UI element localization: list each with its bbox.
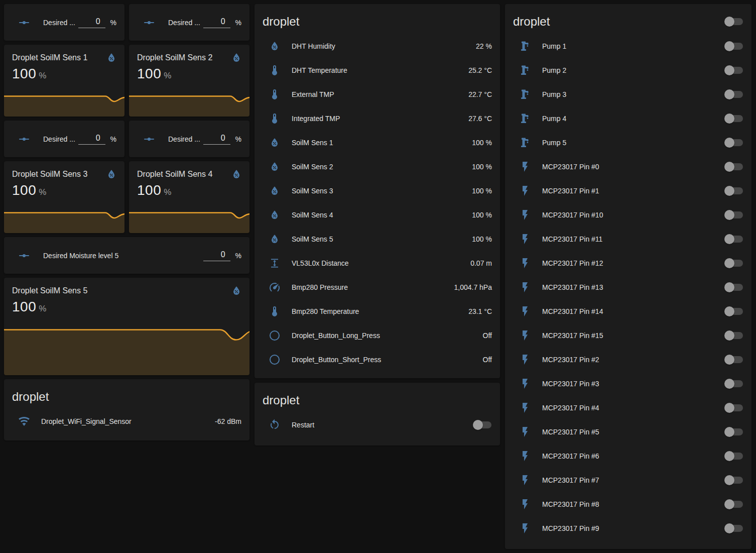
switches-card-header: droplet bbox=[505, 4, 751, 34]
entity-row[interactable]: MCP23017 Pin #10 bbox=[505, 203, 751, 227]
entity-value: 1,004.7 hPa bbox=[454, 283, 492, 291]
desired-value-input[interactable]: 0 bbox=[203, 17, 230, 28]
toggle-switch[interactable] bbox=[724, 258, 743, 269]
entity-row[interactable]: Pump 3 bbox=[505, 82, 751, 106]
entity-row[interactable]: MCP23017 Pin #14 bbox=[505, 299, 751, 323]
toggle-switch[interactable] bbox=[724, 89, 743, 100]
water-pump-icon bbox=[519, 137, 531, 149]
entity-name: MCP23017 Pin #10 bbox=[542, 211, 718, 219]
entity-row[interactable]: Droplet_Button_Long_PressOff bbox=[255, 323, 500, 348]
entity-row[interactable]: External TMP22.7 °C bbox=[255, 82, 500, 106]
toggle-switch[interactable] bbox=[724, 41, 743, 52]
soil-sensor-card-2[interactable]: Droplet SoilM Sens 2 100 % bbox=[129, 45, 249, 117]
soil-sensor-card-5[interactable]: Droplet SoilM Sens 5 100 % bbox=[4, 278, 249, 375]
entity-row[interactable]: SoilM Sens 5100 % bbox=[255, 227, 500, 251]
toggle-thumb bbox=[724, 306, 734, 316]
desired-value-input[interactable]: 0 bbox=[78, 17, 105, 28]
entity-row[interactable]: MCP23017 Pin #2 bbox=[505, 348, 751, 372]
entity-name: Droplet_WiFi_Signal_Sensor bbox=[41, 417, 209, 425]
toggle-all-switch[interactable] bbox=[724, 16, 743, 27]
entity-row[interactable]: Pump 4 bbox=[505, 106, 751, 131]
entity-name: SoilM Sens 1 bbox=[292, 139, 466, 147]
water-percent-icon bbox=[269, 40, 281, 52]
entity-row[interactable]: SoilM Sens 3100 % bbox=[255, 179, 500, 203]
entity-row[interactable]: MCP23017 Pin #13 bbox=[505, 275, 751, 299]
toggle-switch[interactable] bbox=[724, 499, 743, 510]
restart-icon bbox=[269, 419, 281, 431]
entity-row[interactable]: Bmp280 Pressure1,004.7 hPa bbox=[255, 275, 500, 299]
entity-row[interactable]: Droplet_Button_Short_PressOff bbox=[255, 348, 500, 372]
desired-label: Desired ... bbox=[168, 135, 203, 143]
toggle-switch[interactable] bbox=[724, 161, 743, 172]
entity-value: -62 dBm bbox=[215, 417, 241, 425]
toggle-switch[interactable] bbox=[724, 451, 743, 462]
toggle-switch[interactable] bbox=[724, 378, 743, 389]
entity-row[interactable]: Restart bbox=[255, 413, 500, 437]
soil-sensor-card-4[interactable]: Droplet SoilM Sens 4 100 % bbox=[129, 161, 249, 233]
desired-label: Desired ... bbox=[43, 19, 78, 27]
toggle-switch[interactable] bbox=[724, 426, 743, 437]
water-percent-icon bbox=[105, 168, 117, 180]
toggle-switch[interactable] bbox=[724, 185, 743, 196]
entity-row[interactable]: Bmp280 Temperature23.1 °C bbox=[255, 299, 500, 323]
entity-row[interactable]: MCP23017 Pin #9 bbox=[505, 516, 751, 540]
entity-row[interactable]: VL53L0x Distance0.07 m bbox=[255, 251, 500, 275]
entity-row[interactable]: Integrated TMP27.6 °C bbox=[255, 106, 500, 131]
entity-row[interactable]: MCP23017 Pin #11 bbox=[505, 227, 751, 251]
toggle-switch[interactable] bbox=[724, 354, 743, 365]
toggle-switch[interactable] bbox=[724, 65, 743, 76]
toggle-switch[interactable] bbox=[724, 475, 743, 486]
toggle-switch[interactable] bbox=[473, 419, 492, 430]
toggle-switch[interactable] bbox=[724, 330, 743, 341]
entity-row[interactable]: SoilM Sens 2100 % bbox=[255, 155, 500, 179]
entity-value: 100 % bbox=[472, 163, 492, 171]
entity-name: MCP23017 Pin #5 bbox=[542, 428, 718, 436]
entity-row[interactable]: Pump 2 bbox=[505, 58, 751, 82]
toggle-switch[interactable] bbox=[724, 282, 743, 293]
entity-name: DHT Humidity bbox=[292, 42, 470, 50]
entity-row[interactable]: MCP23017 Pin #5 bbox=[505, 420, 751, 444]
entity-row[interactable]: SoilM Sens 1100 % bbox=[255, 131, 500, 155]
entity-name: DHT Temperature bbox=[292, 66, 462, 74]
toggle-switch[interactable] bbox=[724, 209, 743, 220]
entity-row[interactable]: MCP23017 Pin #8 bbox=[505, 492, 751, 516]
entity-row[interactable]: MCP23017 Pin #15 bbox=[505, 323, 751, 348]
entity-row[interactable]: SoilM Sens 4100 % bbox=[255, 203, 500, 227]
entity-row[interactable]: MCP23017 Pin #12 bbox=[505, 251, 751, 275]
switch-list: Pump 1Pump 2Pump 3Pump 4Pump 5MCP23017 P… bbox=[505, 34, 751, 540]
toggle-thumb bbox=[724, 403, 734, 413]
toggle-switch[interactable] bbox=[724, 113, 743, 124]
toggle-switch[interactable] bbox=[724, 523, 743, 534]
desired-value-input[interactable]: 0 bbox=[203, 134, 230, 145]
toggle-switch[interactable] bbox=[724, 234, 743, 245]
entity-row[interactable]: Pump 1 bbox=[505, 34, 751, 58]
desired-value-input[interactable]: 0 bbox=[78, 134, 105, 145]
entity-row[interactable]: DHT Temperature25.2 °C bbox=[255, 58, 500, 82]
toggle-switch[interactable] bbox=[724, 402, 743, 413]
soil-sensor-card-3[interactable]: Droplet SoilM Sens 3 100 % bbox=[4, 161, 124, 233]
flash-icon bbox=[519, 257, 531, 269]
history-sparkline bbox=[4, 94, 124, 117]
entity-row[interactable]: Droplet_WiFi_Signal_Sensor-62 dBm bbox=[4, 409, 249, 433]
entity-value: 23.1 °C bbox=[468, 307, 492, 315]
sensor-value: 100 bbox=[137, 182, 161, 198]
flash-icon bbox=[519, 522, 531, 534]
entity-row[interactable]: MCP23017 Pin #6 bbox=[505, 444, 751, 468]
entity-row[interactable]: DHT Humidity22 % bbox=[255, 34, 500, 58]
entity-name: MCP23017 Pin #4 bbox=[542, 404, 718, 412]
soil-sensor-card-1[interactable]: Droplet SoilM Sens 1 100 % bbox=[4, 45, 124, 117]
card-title: droplet bbox=[255, 4, 500, 34]
entity-row[interactable]: MCP23017 Pin #1 bbox=[505, 179, 751, 203]
toggle-thumb bbox=[724, 282, 734, 292]
entity-row[interactable]: MCP23017 Pin #0 bbox=[505, 155, 751, 179]
entity-row[interactable]: MCP23017 Pin #7 bbox=[505, 468, 751, 492]
switches-card: droplet Pump 1Pump 2Pump 3Pump 4Pump 5MC… bbox=[505, 4, 751, 549]
entity-row[interactable]: MCP23017 Pin #4 bbox=[505, 396, 751, 420]
toggle-switch[interactable] bbox=[724, 306, 743, 317]
toggle-switch[interactable] bbox=[724, 137, 743, 148]
toggle-thumb bbox=[724, 114, 734, 124]
entity-row[interactable]: Pump 5 bbox=[505, 131, 751, 155]
desired-value-input[interactable]: 0 bbox=[203, 250, 230, 261]
entity-row[interactable]: MCP23017 Pin #3 bbox=[505, 372, 751, 396]
entity-value: Off bbox=[483, 331, 492, 340]
